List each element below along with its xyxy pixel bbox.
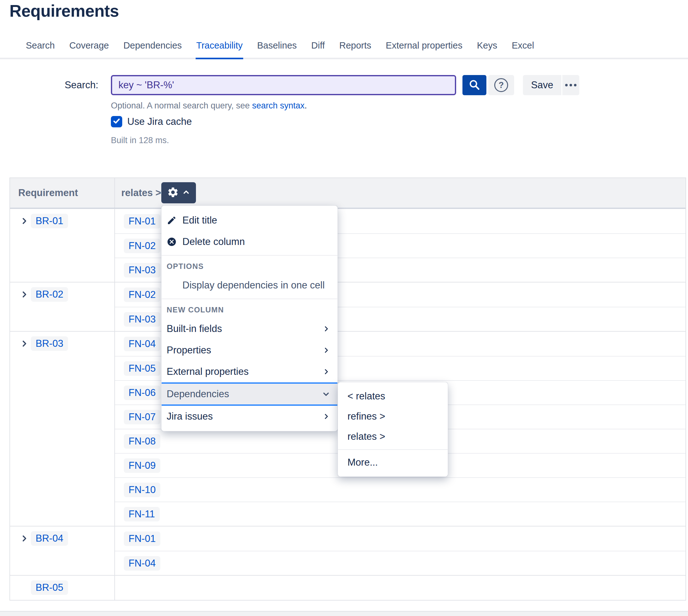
tab-baselines[interactable]: Baselines <box>256 37 297 58</box>
menu-item-jira-issues[interactable]: Jira issues <box>162 406 337 427</box>
menu-divider <box>338 449 448 450</box>
menu-item-properties[interactable]: Properties <box>162 339 337 361</box>
build-time-status: Built in 128 ms. <box>111 136 169 145</box>
menu-item-delete-column[interactable]: Delete column <box>162 231 337 252</box>
chevron-up-icon <box>182 188 190 197</box>
chevron-right-icon[interactable] <box>20 214 29 228</box>
linked-requirement-badge[interactable]: FN-06 <box>124 386 160 400</box>
requirement-key-badge[interactable]: BR-03 <box>31 336 68 351</box>
tab-search[interactable]: Search <box>25 37 55 58</box>
requirement-cell: BR-01 <box>10 209 115 282</box>
requirement-key-badge[interactable]: BR-04 <box>31 531 68 546</box>
footer-strip <box>0 611 688 616</box>
use-jira-cache-checkbox[interactable] <box>111 116 122 127</box>
requirements-page: Requirements Search Coverage Dependencie… <box>0 0 688 616</box>
linked-requirement-badge[interactable]: FN-03 <box>124 312 160 327</box>
relates-subrow: FN-04 <box>115 551 686 575</box>
requirement-key-badge[interactable]: BR-05 <box>31 580 68 595</box>
requirement-key-badge[interactable]: BR-02 <box>31 287 68 302</box>
menu-item-label: Edit title <box>182 215 217 226</box>
tab-keys[interactable]: Keys <box>476 37 498 58</box>
table-row: BR-02 FN-02 FN-03 <box>10 282 686 331</box>
linked-requirement-badge[interactable]: FN-04 <box>124 556 160 571</box>
linked-requirement-badge[interactable]: FN-11 <box>124 507 160 522</box>
submenu-item-refines-outgoing[interactable]: refines > <box>338 406 448 426</box>
menu-item-label: Jira issues <box>167 411 213 422</box>
search-syntax-link[interactable]: search syntax <box>252 101 305 110</box>
linked-requirement-badge[interactable]: FN-10 <box>124 483 160 497</box>
tab-bar: Search Coverage Dependencies Traceabilit… <box>0 37 688 59</box>
chevron-right-icon <box>322 325 330 333</box>
menu-divider <box>162 255 337 256</box>
pencil-icon <box>167 215 177 226</box>
hint-text: Optional. A normal search query, see <box>111 101 252 110</box>
menu-item-label: Dependencies <box>167 389 229 400</box>
relates-subrow: FN-10 <box>115 477 686 502</box>
relates-subrow: FN-11 <box>115 502 686 526</box>
requirement-key-badge[interactable]: BR-01 <box>31 214 68 228</box>
relates-cell <box>115 576 686 600</box>
linked-requirement-badge[interactable]: FN-09 <box>124 458 160 473</box>
tab-coverage[interactable]: Coverage <box>69 37 110 58</box>
column-header-relates: relates > <box>115 178 686 208</box>
use-jira-cache-label: Use Jira cache <box>127 116 192 127</box>
chevron-down-icon <box>322 390 330 398</box>
tab-dependencies[interactable]: Dependencies <box>123 37 182 58</box>
tab-diff[interactable]: Diff <box>311 37 325 58</box>
linked-requirement-badge[interactable]: FN-01 <box>124 214 160 228</box>
chevron-right-icon[interactable] <box>20 531 29 546</box>
checkmark-icon <box>112 117 121 127</box>
linked-requirement-badge[interactable]: FN-08 <box>124 434 160 448</box>
requirement-cell: BR-05 <box>10 576 115 600</box>
search-hint: Optional. A normal search query, see sea… <box>111 101 307 111</box>
linked-requirement-badge[interactable]: FN-03 <box>124 263 160 278</box>
tab-excel[interactable]: Excel <box>511 37 534 58</box>
menu-item-external-properties[interactable]: External properties <box>162 361 337 382</box>
relates-subrow: FN-01 <box>115 526 686 551</box>
menu-divider <box>162 299 337 299</box>
menu-item-edit-title[interactable]: Edit title <box>162 210 337 231</box>
dependencies-submenu: < relates refines > relates > More... <box>338 382 448 477</box>
menu-item-built-in-fields[interactable]: Built-in fields <box>162 318 337 339</box>
requirement-cell: BR-03 <box>10 332 115 526</box>
submenu-item-relates-outgoing[interactable]: relates > <box>338 426 448 447</box>
requirement-cell: BR-02 <box>10 283 115 331</box>
magnifier-icon <box>468 79 480 92</box>
search-input[interactable] <box>111 75 456 95</box>
more-button[interactable] <box>562 75 579 95</box>
tab-reports[interactable]: Reports <box>339 37 372 58</box>
linked-requirement-badge[interactable]: FN-02 <box>124 239 160 253</box>
table-row: BR-01 FN-01 FN-02 FN-03 <box>10 208 686 282</box>
search-button[interactable] <box>462 75 486 95</box>
linked-requirement-badge[interactable]: FN-04 <box>124 337 160 351</box>
chevron-right-icon[interactable] <box>20 287 29 302</box>
menu-item-label: Delete column <box>182 236 245 247</box>
tab-traceability[interactable]: Traceability <box>196 37 243 59</box>
chevron-right-icon <box>322 412 330 421</box>
relates-cell: FN-01 FN-04 <box>115 526 686 575</box>
use-jira-cache-row: Use Jira cache <box>111 116 192 127</box>
chevron-right-icon <box>322 368 330 376</box>
question-circle-icon: ? <box>494 78 508 92</box>
submenu-item-more[interactable]: More... <box>338 453 448 472</box>
menu-item-label: Built-in fields <box>167 323 222 334</box>
linked-requirement-badge[interactable]: FN-02 <box>124 287 160 302</box>
tab-external-properties[interactable]: External properties <box>385 37 463 58</box>
chevron-right-icon <box>322 346 330 354</box>
x-circle-icon <box>167 237 177 247</box>
menu-item-dependencies[interactable]: Dependencies <box>162 382 337 406</box>
hint-period: . <box>305 101 307 110</box>
relates-subrow <box>115 576 686 600</box>
menu-item-display-dependencies-in-one-cell[interactable]: Display dependencies in one cell <box>162 274 337 296</box>
linked-requirement-badge[interactable]: FN-07 <box>124 410 160 424</box>
chevron-right-icon[interactable] <box>20 336 29 351</box>
table-row: BR-05 <box>10 575 686 600</box>
menu-item-label: External properties <box>167 366 249 377</box>
help-button[interactable]: ? <box>488 75 514 95</box>
column-settings-button[interactable] <box>161 182 196 203</box>
save-button[interactable]: Save <box>523 75 561 95</box>
linked-requirement-badge[interactable]: FN-01 <box>124 531 160 546</box>
page-title: Requirements <box>9 1 119 21</box>
linked-requirement-badge[interactable]: FN-05 <box>124 361 160 376</box>
submenu-item-relates-incoming[interactable]: < relates <box>338 386 448 406</box>
